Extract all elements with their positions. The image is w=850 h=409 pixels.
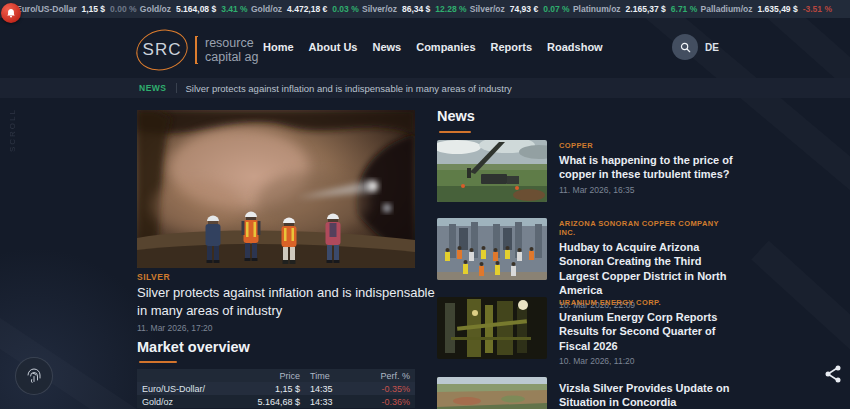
news-item-title: What is happening to the price of copper… xyxy=(559,153,737,182)
ticker-value: 2.165,37 $ xyxy=(626,4,666,14)
mine-tunnel-illustration xyxy=(137,110,415,268)
breadcrumb-title: Silver protects against inflation and is… xyxy=(186,83,512,94)
search-icon xyxy=(680,42,691,53)
ticker-label: Gold/oz xyxy=(140,4,171,14)
news-item-title: Vizsla Silver Provides Update on Situati… xyxy=(559,381,737,409)
row-perf: -0.35% xyxy=(344,384,410,394)
search-button[interactable] xyxy=(672,34,698,60)
nav-item-news[interactable]: News xyxy=(372,41,401,53)
fingerprint-button[interactable] xyxy=(15,357,53,395)
ticker-value: 86,34 $ xyxy=(402,4,430,14)
ticker-change: 0.00 % xyxy=(110,4,136,14)
drill-rig-field-illustration xyxy=(437,140,547,202)
news-item-tag: URANIUM ENERGY CORP. xyxy=(559,298,737,307)
share-button[interactable] xyxy=(824,364,842,384)
page: Euro/US-Dollar 1,15 $ 0.00 % Gold/oz 5.1… xyxy=(0,0,850,409)
news-item-tag: COPPER xyxy=(559,141,737,150)
col-perf: Perf. % xyxy=(344,371,410,381)
logo-mark: SRC xyxy=(136,27,188,73)
row-price: 5.164,68 $ xyxy=(236,397,300,407)
ticker-label: Gold/oz xyxy=(251,4,282,14)
row-price: 1,15 $ xyxy=(236,384,300,394)
news-thumbnail xyxy=(437,140,547,202)
main-nav: Home About Us News Companies Reports Roa… xyxy=(263,41,603,53)
breadcrumb-divider xyxy=(176,83,177,93)
nav-item-home[interactable]: Home xyxy=(263,41,294,53)
share-icon xyxy=(824,364,842,384)
news-item-text: Vizsla Silver Provides Update on Situati… xyxy=(559,377,737,409)
row-perf: -0.36% xyxy=(344,397,410,407)
col-price: Price xyxy=(236,371,300,381)
logo-acronym: SRC xyxy=(136,27,188,73)
ticker-label: Silver/oz xyxy=(362,4,397,14)
row-time: 14:33 xyxy=(300,397,344,407)
market-overview-table: Price Time Perf. % Euro/US-Dollar/ 1,15 … xyxy=(137,369,415,408)
ticker-change: 6.71 % xyxy=(671,4,697,14)
ticker-item[interactable]: Silver/oz 86,34 $ 12.28 % xyxy=(362,4,467,14)
article-category[interactable]: SILVER xyxy=(137,272,170,282)
ticker-label: Platinum/oz xyxy=(573,4,621,14)
ticker-item[interactable]: Gold/oz 4.472,18 € 0.03 % xyxy=(251,4,359,14)
table-row[interactable]: Gold/oz 5.164,68 $ 14:33 -0.36% xyxy=(137,395,415,408)
news-thumbnail xyxy=(437,377,547,409)
logo-line1: resource xyxy=(205,36,259,50)
language-switch[interactable]: DE xyxy=(705,42,719,53)
news-item-tag: ARIZONA SONORAN COPPER COMPANY INC. xyxy=(559,219,737,237)
ticker-item[interactable]: Platinum/oz 2.165,37 $ 6.71 % xyxy=(573,4,697,14)
ticker-item[interactable]: Euro/US-Dollar 1,15 $ 0.00 % xyxy=(16,4,137,14)
ticker-change: 3.41 % xyxy=(221,4,247,14)
ticker-item[interactable]: Palladium/oz 1.635,49 $ -3.51 % xyxy=(701,4,832,14)
row-time: 14:35 xyxy=(300,384,344,394)
news-item-text: COPPER What is happening to the price of… xyxy=(559,140,737,202)
table-row[interactable]: Euro/US-Dollar/ 1,15 $ 14:35 -0.35% xyxy=(137,382,415,395)
ticker-value: 5.164,08 $ xyxy=(176,4,216,14)
market-ticker-bar: Euro/US-Dollar 1,15 $ 0.00 % Gold/oz 5.1… xyxy=(0,0,850,18)
logo-text: resource capital ag xyxy=(205,36,259,64)
news-sidebar-underline xyxy=(439,131,471,133)
ticker-change: 0.03 % xyxy=(332,4,358,14)
article-hero-image[interactable] xyxy=(137,110,415,268)
site-logo[interactable]: SRC resource capital ag xyxy=(136,27,259,73)
news-item[interactable]: COPPER What is happening to the price of… xyxy=(437,140,737,202)
logo-line2: capital ag xyxy=(205,50,259,64)
nav-item-companies[interactable]: Companies xyxy=(416,41,475,53)
news-item[interactable]: URANIUM ENERGY CORP. Uranium Energy Corp… xyxy=(437,297,737,366)
ticker-change: -3.51 % xyxy=(803,4,832,14)
ticker-value: 1.635,49 $ xyxy=(758,4,798,14)
notification-bell-button[interactable] xyxy=(1,3,21,23)
article-date: 11. Mar 2026, 17:20 xyxy=(137,323,212,333)
col-time: Time xyxy=(300,371,344,381)
news-item-title: Uranium Energy Corp Reports Results for … xyxy=(559,310,737,353)
news-item-date: 10. Mar 2026, 11:20 xyxy=(559,356,737,366)
breadcrumb-section[interactable]: NEWS xyxy=(139,83,167,93)
row-name: Euro/US-Dollar/ xyxy=(142,384,236,394)
table-header-row: Price Time Perf. % xyxy=(137,369,415,382)
aerial-landscape-illustration xyxy=(437,377,547,409)
scroll-indicator-label: SCROLL xyxy=(8,108,17,152)
nav-item-about-us[interactable]: About Us xyxy=(309,41,358,53)
nav-item-reports[interactable]: Reports xyxy=(491,41,533,53)
ticker-label: Silver/oz xyxy=(470,4,505,14)
fingerprint-icon xyxy=(24,366,44,386)
ticker-value: 1,15 $ xyxy=(81,4,105,14)
market-overview-underline xyxy=(139,361,177,363)
ticker-item[interactable]: Silver/oz 74,93 € 0.07 % xyxy=(470,4,570,14)
ticker-change: 12.28 % xyxy=(435,4,466,14)
ticker-value: 74,93 € xyxy=(510,4,538,14)
ticker-value: 4.472,18 € xyxy=(287,4,327,14)
market-overview-title: Market overview xyxy=(137,339,250,355)
ticker-item[interactable]: Gold/oz 5.164,08 $ 3.41 % xyxy=(140,4,248,14)
worker-group-illustration xyxy=(437,218,547,280)
news-item-date: 11. Mar 2026, 16:35 xyxy=(559,185,737,195)
ticker-label: Palladium/oz xyxy=(701,4,753,14)
breadcrumb: NEWS Silver protects against inflation a… xyxy=(0,78,850,98)
article-title: Silver protects against inflation and is… xyxy=(137,284,437,319)
news-item-text: URANIUM ENERGY CORP. Uranium Energy Corp… xyxy=(559,297,737,366)
news-sidebar-title: News xyxy=(437,108,475,124)
news-thumbnail xyxy=(437,218,547,280)
bell-icon xyxy=(5,7,17,19)
nav-item-roadshow[interactable]: Roadshow xyxy=(547,41,603,53)
processing-plant-illustration xyxy=(437,297,547,359)
news-item[interactable]: Vizsla Silver Provides Update on Situati… xyxy=(437,377,737,409)
ticker-label: Euro/US-Dollar xyxy=(16,4,76,14)
